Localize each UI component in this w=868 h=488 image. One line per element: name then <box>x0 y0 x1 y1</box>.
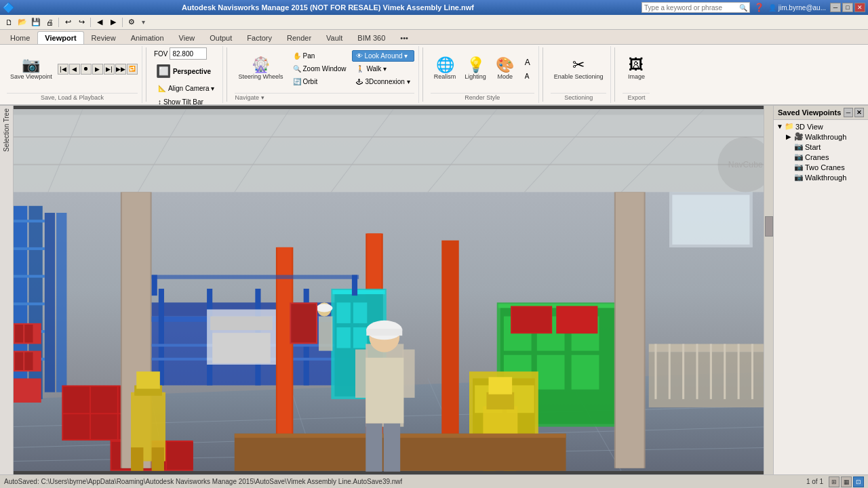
panel-header: Saved Viewpoints ─ ✕ <box>774 106 868 120</box>
viewpoint-icon: 📷 <box>794 142 804 151</box>
play-last[interactable]: ▶▶ <box>115 64 126 75</box>
show-tilt-bar-button[interactable]: ↕ Show Tilt Bar <box>154 96 219 106</box>
svg-rect-130 <box>152 275 359 279</box>
svg-text:NavCube: NavCube <box>728 160 763 169</box>
zoom-window-button[interactable]: 🔍 Zoom Window <box>289 63 351 75</box>
align-camera-icon: 📐 <box>158 85 166 92</box>
play-btn[interactable]: ▶ <box>92 64 103 75</box>
settings-button[interactable]: ⚙ <box>125 16 138 28</box>
save-button[interactable]: 💾 <box>30 16 42 28</box>
redo-button[interactable]: ↪ <box>75 16 87 28</box>
panel-close-button[interactable]: ✕ <box>854 108 864 117</box>
render-style-label[interactable]: Render Style <box>431 93 534 102</box>
orbit-button[interactable]: 🔄 Orbit <box>289 76 351 87</box>
view-btn-2[interactable]: ▦ <box>841 476 852 487</box>
back-button[interactable]: ◀ <box>94 16 106 28</box>
search-input[interactable] <box>644 4 739 12</box>
selection-tree-label[interactable]: Selection Tree <box>3 108 10 152</box>
mode-button[interactable]: 🎨 Mode <box>492 56 519 82</box>
svg-rect-133 <box>669 192 752 195</box>
navigate-label-text: Navigate <box>235 94 259 101</box>
ribbon-group-navigate: 🎡 Steering Wheels ✋ Pan 🔍 Zoom Window 🔄 … <box>231 46 418 103</box>
svg-rect-119 <box>366 358 403 424</box>
left-panel: Selection Tree <box>0 106 14 474</box>
tree-label: Start <box>805 143 821 151</box>
lighting-button[interactable]: 💡 Lighting <box>461 56 490 82</box>
tab-view[interactable]: View <box>172 31 203 44</box>
tab-animation[interactable]: Animation <box>123 31 172 44</box>
tree-item-two-cranes[interactable]: 📷 Two Cranes <box>775 162 867 172</box>
align-camera-button[interactable]: 📐 Align Camera ▾ <box>154 83 219 94</box>
svg-rect-1 <box>14 109 773 192</box>
realism-icon: 🌐 <box>436 58 454 73</box>
pan-button[interactable]: ✋ Pan <box>289 50 351 62</box>
divider-2 <box>226 47 227 102</box>
pan-icon: ✋ <box>293 52 301 60</box>
play-prev[interactable]: ◀ <box>69 64 80 75</box>
sectioning-icon: ✂ <box>572 58 585 73</box>
panel-content: ▼ 📁 3D View ▶ 🎥 Walkthrough 📷 Start <box>774 120 868 474</box>
tree-item-walkthrough-2[interactable]: 📷 Walkthrough <box>775 172 867 182</box>
tab-output[interactable]: Output <box>202 31 239 44</box>
tree-item-walkthrough-1[interactable]: ▶ 🎥 Walkthrough <box>775 131 867 142</box>
3dconnexion-button[interactable]: 🕹 3Dconnexion ▾ <box>352 76 414 87</box>
forward-button[interactable]: ▶ <box>107 16 119 28</box>
svg-rect-29 <box>56 213 66 392</box>
lighting-icon: 💡 <box>467 58 485 73</box>
help-icon[interactable]: ❓ <box>754 3 764 12</box>
save-viewpoint-button[interactable]: 📷 Save Viewpoint <box>7 56 56 82</box>
tab-bim360[interactable]: BIM 360 <box>350 31 393 44</box>
play-first[interactable]: |◀ <box>58 64 68 75</box>
image-export-button[interactable]: 🖼 Image <box>623 56 650 82</box>
perspective-button[interactable]: 🔲 Perspective <box>154 62 219 81</box>
render-text-btn[interactable]: A <box>521 56 534 69</box>
svg-rect-111 <box>512 307 551 332</box>
tree-item-3d-view[interactable]: ▼ 📁 3D View <box>775 121 867 131</box>
play-next[interactable]: ▶| <box>104 64 115 75</box>
main-area: Selection Tree <box>0 106 868 474</box>
viewport[interactable]: NavCube <box>14 106 773 474</box>
loop-btn[interactable]: 🔁 <box>127 64 138 75</box>
tab-home[interactable]: Home <box>3 31 37 44</box>
tab-factory[interactable]: Factory <box>239 31 279 44</box>
print-button[interactable]: 🖨 <box>43 16 56 28</box>
svg-rect-22 <box>14 220 45 222</box>
user-icon[interactable]: 👤 jim.byrne@au... <box>768 4 826 12</box>
tree-label: Two Cranes <box>805 163 845 171</box>
maximize-button[interactable]: □ <box>842 3 853 12</box>
tab-review[interactable]: Review <box>84 31 123 44</box>
close-button[interactable]: ✕ <box>854 3 865 12</box>
steering-wheels-button[interactable]: 🎡 Steering Wheels <box>235 56 286 82</box>
viewport-scrollbar[interactable] <box>764 106 773 474</box>
realism-button[interactable]: 🌐 Realism <box>431 56 460 82</box>
render-text2-btn[interactable]: A <box>521 70 534 82</box>
tab-vault[interactable]: Vault <box>319 31 350 44</box>
tab-more[interactable]: ••• <box>393 31 416 44</box>
tree-item-cranes[interactable]: 📷 Cranes <box>775 152 867 162</box>
undo-button[interactable]: ↩ <box>62 16 74 28</box>
minimize-button[interactable]: ─ <box>830 3 841 12</box>
enable-sectioning-button[interactable]: ✂ Enable Sectioning <box>551 56 607 82</box>
panel-undock-button[interactable]: ─ <box>844 108 853 117</box>
search-box[interactable]: 🔍 <box>642 2 750 13</box>
divider-4 <box>542 47 543 102</box>
open-button[interactable]: 📂 <box>16 16 28 28</box>
record-btn[interactable]: ⏺ <box>81 64 92 75</box>
svg-rect-73 <box>353 302 367 323</box>
look-around-button[interactable]: 👁 Look Around ▾ <box>352 50 414 62</box>
image-icon: 🖼 <box>629 58 644 73</box>
tab-render[interactable]: Render <box>279 31 319 44</box>
navigate-group-label[interactable]: Navigate ▾ <box>235 93 414 102</box>
fov-input[interactable] <box>170 47 207 60</box>
tab-viewport[interactable]: Viewport <box>37 31 83 44</box>
new-button[interactable]: 🗋 <box>3 16 15 28</box>
render-style-label-text: Render Style <box>465 94 500 101</box>
view-btn-1[interactable]: ⊞ <box>829 476 840 487</box>
scroll-thumb[interactable] <box>765 216 773 237</box>
walk-button[interactable]: 🚶 Walk ▾ <box>352 63 414 75</box>
divider-3 <box>422 47 423 102</box>
tilt-label: Show Tilt Bar <box>163 98 203 106</box>
title-bar: 🔷 Autodesk Navisworks Manage 2015 (NOT F… <box>0 0 868 15</box>
view-btn-3[interactable]: ⊡ <box>853 476 864 487</box>
tree-item-start[interactable]: 📷 Start <box>775 142 867 152</box>
